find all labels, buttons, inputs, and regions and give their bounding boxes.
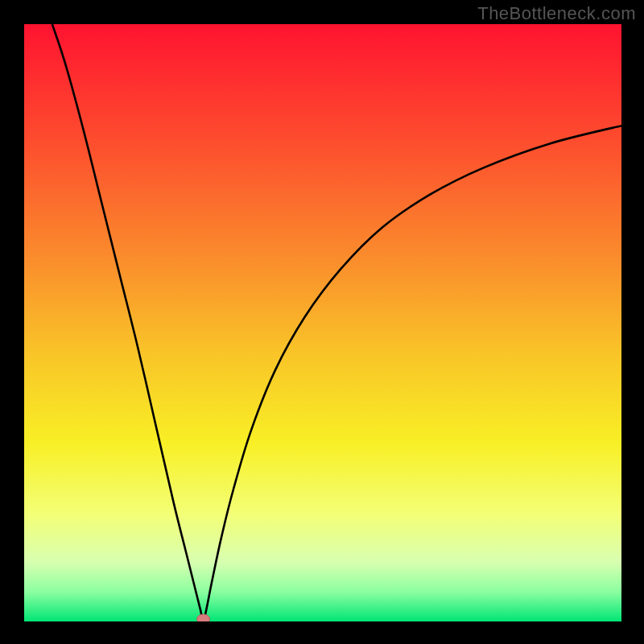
minimum-marker	[197, 614, 210, 621]
gradient-background	[24, 24, 621, 621]
watermark-text: TheBottleneck.com	[477, 3, 636, 24]
plot-area	[24, 24, 621, 621]
chart-frame: TheBottleneck.com	[0, 0, 644, 644]
chart-svg	[24, 24, 621, 621]
